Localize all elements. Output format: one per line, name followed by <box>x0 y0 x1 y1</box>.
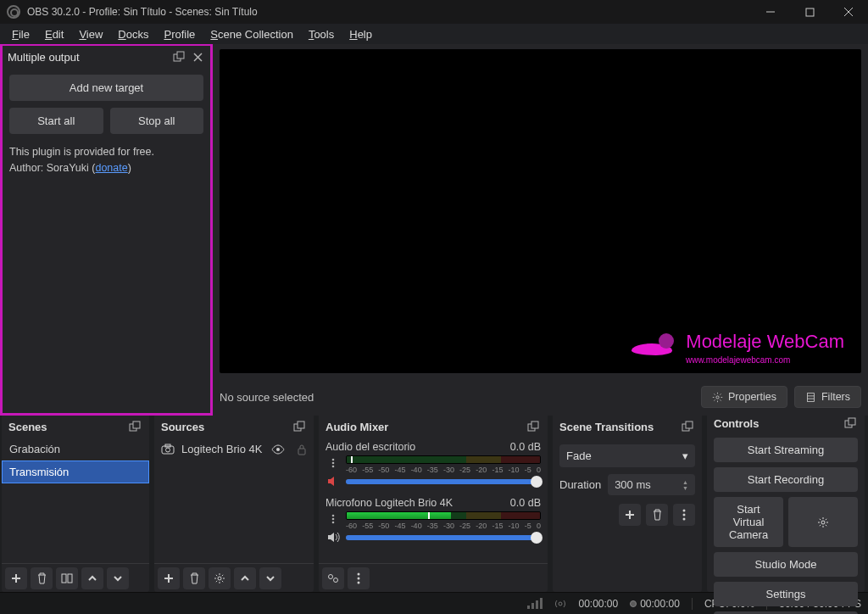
svg-rect-9 <box>807 393 814 401</box>
watermark: Modelaje WebCam www.modelajewebcam.com <box>632 331 844 365</box>
menu-help[interactable]: Help <box>342 26 379 42</box>
stop-all-button[interactable]: Stop all <box>110 108 204 134</box>
lock-toggle-icon[interactable] <box>297 444 307 455</box>
filters-button[interactable]: Filters <box>794 386 861 408</box>
svg-point-46 <box>683 514 686 516</box>
svg-rect-29 <box>531 421 538 428</box>
svg-point-32 <box>332 466 335 468</box>
menu-docks[interactable]: Docks <box>111 26 155 42</box>
maximize-button[interactable] <box>790 0 829 24</box>
svg-point-37 <box>334 578 338 582</box>
channel-name: Microfono Logitech Brio 4K <box>326 497 453 509</box>
mute-button[interactable] <box>326 473 341 488</box>
svg-point-8 <box>716 395 719 398</box>
close-button[interactable] <box>829 0 868 24</box>
popout-icon[interactable] <box>680 419 695 434</box>
svg-rect-17 <box>68 574 72 583</box>
channel-menu-button[interactable] <box>326 511 341 527</box>
add-source-button[interactable] <box>158 567 180 589</box>
menu-tools[interactable]: Tools <box>302 26 341 42</box>
svg-point-23 <box>276 448 280 451</box>
svg-rect-1 <box>806 8 814 16</box>
scenes-dock: Scenes GrabaciónTransmisión <box>2 416 149 592</box>
controls-title: Controls <box>714 417 759 430</box>
add-scene-button[interactable] <box>5 567 27 589</box>
menu-profile[interactable]: Profile <box>157 26 202 42</box>
remove-transition-button[interactable] <box>646 504 668 526</box>
close-dock-icon[interactable] <box>190 49 205 64</box>
volume-slider[interactable] <box>346 535 541 540</box>
remove-source-button[interactable] <box>183 567 205 589</box>
channel-menu-button[interactable] <box>326 455 341 471</box>
mute-button[interactable] <box>326 529 341 544</box>
settings-button[interactable]: Settings <box>714 582 858 606</box>
popout-icon[interactable] <box>292 419 307 434</box>
transition-select[interactable]: Fade ▾ <box>559 444 695 467</box>
move-source-down-button[interactable] <box>259 567 281 589</box>
scene-item[interactable]: Grabación <box>2 438 149 460</box>
start-recording-button[interactable]: Start Recording <box>714 467 858 492</box>
volume-slider[interactable] <box>346 479 541 484</box>
camera-icon <box>161 444 175 455</box>
remove-scene-button[interactable] <box>31 567 53 589</box>
virtual-camera-settings-button[interactable] <box>788 497 858 547</box>
svg-point-21 <box>166 448 170 452</box>
start-all-button[interactable]: Start all <box>9 108 103 134</box>
studio-mode-button[interactable]: Studio Mode <box>714 552 858 577</box>
popout-icon[interactable] <box>843 416 858 431</box>
popout-icon[interactable] <box>526 419 541 434</box>
menu-edit[interactable]: Edit <box>38 26 70 42</box>
move-source-up-button[interactable] <box>234 567 256 589</box>
start-virtual-camera-button[interactable]: Start Virtual Camera <box>714 497 783 547</box>
move-scene-up-button[interactable] <box>81 567 103 589</box>
visibility-toggle-icon[interactable] <box>271 444 285 455</box>
popout-icon[interactable] <box>171 49 186 64</box>
spinner-down-icon[interactable]: ▼ <box>682 485 688 491</box>
svg-point-45 <box>683 510 686 512</box>
broadcast-icon <box>554 598 566 610</box>
svg-point-35 <box>332 522 335 524</box>
svg-rect-19 <box>298 421 304 428</box>
svg-point-30 <box>332 459 335 461</box>
minimize-button[interactable] <box>751 0 790 24</box>
record-status-icon <box>630 600 637 607</box>
duration-input[interactable]: 300 ms ▲▼ <box>608 474 695 495</box>
spinner-up-icon[interactable]: ▲ <box>682 479 688 485</box>
scene-list[interactable]: GrabaciónTransmisión <box>2 438 149 563</box>
move-scene-down-button[interactable] <box>107 567 129 589</box>
menu-file[interactable]: File <box>5 26 36 42</box>
channel-level: 0.0 dB <box>510 441 541 453</box>
start-streaming-button[interactable]: Start Streaming <box>714 438 858 462</box>
svg-point-33 <box>332 515 335 517</box>
donate-link[interactable]: donate <box>95 162 127 174</box>
add-transition-button[interactable] <box>619 504 641 526</box>
scene-transitions-title: Scene Transitions <box>559 421 654 433</box>
svg-point-36 <box>329 574 333 578</box>
source-properties-button[interactable] <box>209 567 231 589</box>
svg-point-47 <box>683 518 686 521</box>
source-item[interactable]: Logitech Brio 4K <box>154 438 314 460</box>
svg-rect-5 <box>177 52 184 59</box>
svg-point-51 <box>559 602 562 606</box>
scene-filters-button[interactable] <box>56 567 78 589</box>
menu-view[interactable]: View <box>72 26 109 42</box>
svg-rect-49 <box>849 418 855 425</box>
svg-point-31 <box>332 462 335 465</box>
channel-name: Audio del escritorio <box>326 441 415 453</box>
svg-point-38 <box>358 572 360 575</box>
menu-bar: File Edit View Docks Profile Scene Colle… <box>0 24 868 44</box>
advanced-audio-button[interactable] <box>322 567 344 589</box>
properties-button[interactable]: Properties <box>701 386 787 408</box>
scene-item[interactable]: Transmisión <box>2 460 149 483</box>
source-label: Logitech Brio 4K <box>181 443 262 455</box>
transition-properties-button[interactable] <box>673 504 695 526</box>
live-time: 00:00:00 <box>578 598 618 610</box>
menu-scene-collection[interactable]: Scene Collection <box>203 26 300 42</box>
preview-canvas[interactable]: Modelaje WebCam www.modelajewebcam.com <box>220 49 861 373</box>
record-time: 00:00:00 <box>640 598 680 610</box>
mixer-menu-button[interactable] <box>348 567 370 589</box>
add-target-button[interactable]: Add new target <box>9 75 203 101</box>
channel-level: 0.0 dB <box>510 497 541 509</box>
popout-icon[interactable] <box>127 419 142 434</box>
duration-label: Duration <box>559 478 601 491</box>
